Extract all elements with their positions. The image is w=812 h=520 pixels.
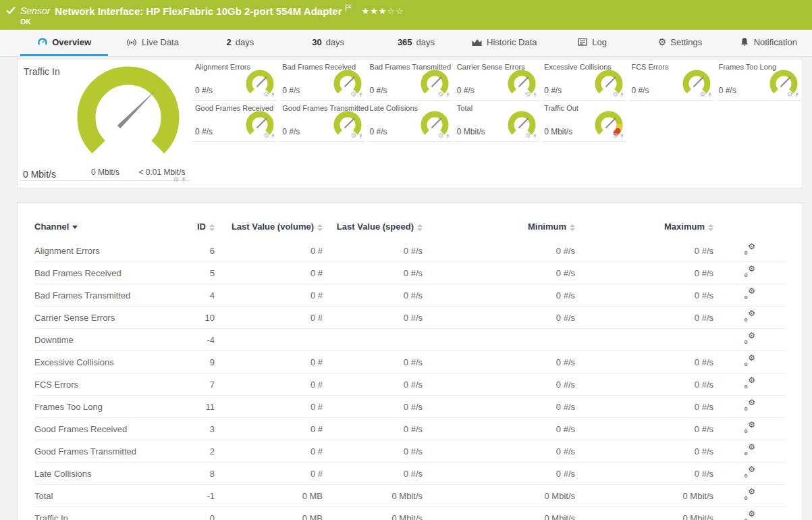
channel-settings-gear-icon[interactable]: ⚙ <box>612 91 618 98</box>
gauge-tile-traffic-in: Traffic In 0 Mbit/s < 0.01 Mbit/s ⚙ 0 Mb… <box>19 59 190 181</box>
channel-settings-gears-icon[interactable]: ⚙⚙ <box>744 467 755 477</box>
last-value-speed: 0 #/s <box>323 418 423 440</box>
channel-name: Bad Frames Received <box>34 262 173 284</box>
channel-settings-gear-icon[interactable]: ⚙ <box>525 132 531 139</box>
pin-icon[interactable] <box>620 134 624 139</box>
gauge-scale-min: 0 Mbit/s <box>91 167 119 177</box>
column-header-last-value-speed[interactable]: Last Value (speed) <box>323 217 423 240</box>
channel-settings-gears-icon[interactable]: ⚙⚙ <box>744 356 755 366</box>
channel-settings-gear-icon[interactable]: ⚙ <box>612 132 618 139</box>
pin-icon[interactable] <box>620 93 624 98</box>
priority-flag-icon[interactable] <box>345 3 352 15</box>
column-header-maximum[interactable]: Maximum <box>575 217 713 240</box>
last-value-volume: 0 # <box>215 463 323 485</box>
gauge-needle <box>117 90 156 128</box>
gauge-current-value: 0 #/s <box>195 127 213 136</box>
last-value-volume: 0 # <box>215 284 323 307</box>
gauge-tile-good-frames-received: Good Frames Received 0 #/s ⚙ <box>193 101 277 142</box>
tab-2-days[interactable]: 2 days <box>196 30 284 56</box>
channel-settings-gears-icon[interactable]: ⚙⚙ <box>744 512 755 520</box>
gauge-current-value: 0 #/s <box>282 127 300 136</box>
gauge-current-value: 0 #/s <box>719 86 736 95</box>
channel-name: Carrier Sense Errors <box>34 307 173 329</box>
tab-label: Settings <box>670 37 702 47</box>
pin-icon[interactable] <box>271 93 275 98</box>
channel-settings-gear-icon[interactable]: ⚙ <box>351 132 357 139</box>
channel-settings-gears-icon[interactable]: ⚙⚙ <box>744 334 755 344</box>
tab-settings[interactable]: ⚙ Settings <box>636 30 724 56</box>
minimum-value <box>423 329 575 351</box>
channel-settings-gear-icon[interactable]: ⚙ <box>263 132 269 139</box>
last-value-speed: 0 Mbit/s <box>323 485 423 507</box>
maximum-value: 0 #/s <box>575 440 713 463</box>
tab-historic-data[interactable]: Historic Data <box>460 30 548 56</box>
pin-icon[interactable] <box>794 93 799 98</box>
gauge-title: Alignment Errors <box>195 63 250 71</box>
minimum-value: 0 #/s <box>423 396 575 418</box>
channel-settings-gears-icon[interactable]: ⚙⚙ <box>744 423 755 433</box>
pin-icon[interactable] <box>533 93 537 98</box>
pin-icon[interactable] <box>445 93 450 98</box>
gauge-current-value: 0 #/s <box>370 127 387 136</box>
pin-icon[interactable] <box>445 134 450 139</box>
channel-name: Alignment Errors <box>34 240 173 262</box>
gauge-current-value: 0 #/s <box>370 86 387 95</box>
table-row: Late Collisions 8 0 # 0 #/s 0 #/s 0 #/s … <box>34 463 786 485</box>
pin-icon[interactable] <box>358 134 363 139</box>
sort-icon <box>708 224 713 231</box>
column-header-channel[interactable]: Channel <box>34 217 173 240</box>
channel-name: Late Collisions <box>34 463 173 485</box>
maximum-value: 0 #/s <box>575 307 713 329</box>
pin-icon[interactable] <box>707 93 712 98</box>
tab-live-data[interactable]: Live Data <box>108 30 196 56</box>
pin-icon[interactable] <box>181 177 186 183</box>
channel-settings-gear-icon[interactable]: ⚙ <box>263 91 269 98</box>
tab-log[interactable]: Log <box>548 30 636 56</box>
channel-settings-gear-icon[interactable]: ⚙ <box>438 91 444 98</box>
maximum-value: 0 #/s <box>575 373 713 396</box>
tab-30-days[interactable]: 30 days <box>284 30 372 56</box>
column-header-last-value-volume[interactable]: Last Value (volume) <box>215 217 323 240</box>
pin-icon[interactable] <box>271 134 275 139</box>
channel-settings-gear-icon[interactable]: ⚙ <box>173 176 180 183</box>
maximum-value: 0 Mbit/s <box>575 507 713 520</box>
gauge-title: Traffic Out <box>544 104 578 112</box>
channel-name: Downtime <box>34 329 173 351</box>
area-chart-icon <box>471 37 483 47</box>
channel-settings-gears-icon[interactable]: ⚙⚙ <box>744 267 755 277</box>
channel-settings-gears-icon[interactable]: ⚙⚙ <box>744 289 755 299</box>
channel-name: Excessive Collisions <box>34 351 173 373</box>
priority-stars[interactable]: ★★★☆☆ <box>361 6 404 16</box>
tab-365-days[interactable]: 365 days <box>372 30 460 56</box>
channel-id: 9 <box>173 351 215 373</box>
tab-notification[interactable]: Notification <box>724 30 812 56</box>
tab-overview[interactable]: Overview <box>20 30 108 56</box>
gauge-icon <box>37 37 48 47</box>
pin-icon[interactable] <box>358 93 363 98</box>
tab-number: 365 <box>398 37 412 47</box>
channel-settings-gear-icon[interactable]: ⚙ <box>351 91 357 98</box>
channel-settings-gear-icon[interactable]: ⚙ <box>438 132 444 139</box>
channel-settings-gears-icon[interactable]: ⚙⚙ <box>744 311 755 321</box>
last-value-volume: 0 MB <box>215 507 323 520</box>
channel-settings-gears-icon[interactable]: ⚙⚙ <box>744 490 755 500</box>
channel-id: 6 <box>173 240 215 262</box>
channel-settings-gear-icon[interactable]: ⚙ <box>525 91 531 98</box>
channel-settings-gears-icon[interactable]: ⚙⚙ <box>744 445 755 455</box>
gauge-title: Total <box>457 104 472 112</box>
sort-icon <box>317 224 323 231</box>
channel-table: Channel ID Last Value (volume) Last Valu… <box>34 217 786 520</box>
channel-settings-gears-icon[interactable]: ⚙⚙ <box>744 400 755 411</box>
channel-settings-gears-icon[interactable]: ⚙⚙ <box>744 244 755 255</box>
channel-name: Total <box>34 485 173 507</box>
minimum-value: 0 #/s <box>423 284 575 307</box>
gauges-panel: Traffic In 0 Mbit/s < 0.01 Mbit/s ⚙ 0 Mb… <box>17 59 803 188</box>
tab-number: 30 <box>312 37 321 47</box>
channel-settings-gear-icon[interactable]: ⚙ <box>700 91 706 98</box>
column-header-id[interactable]: ID <box>173 217 215 240</box>
channel-settings-gear-icon[interactable]: ⚙ <box>787 91 793 98</box>
channel-settings-gears-icon[interactable]: ⚙⚙ <box>744 378 755 388</box>
pin-icon[interactable] <box>533 134 537 139</box>
gauge-tile-good-frames-transmitted: Good Frames Transmitted 0 #/s ⚙ <box>280 101 364 142</box>
column-header-minimum[interactable]: Minimum <box>423 217 575 240</box>
